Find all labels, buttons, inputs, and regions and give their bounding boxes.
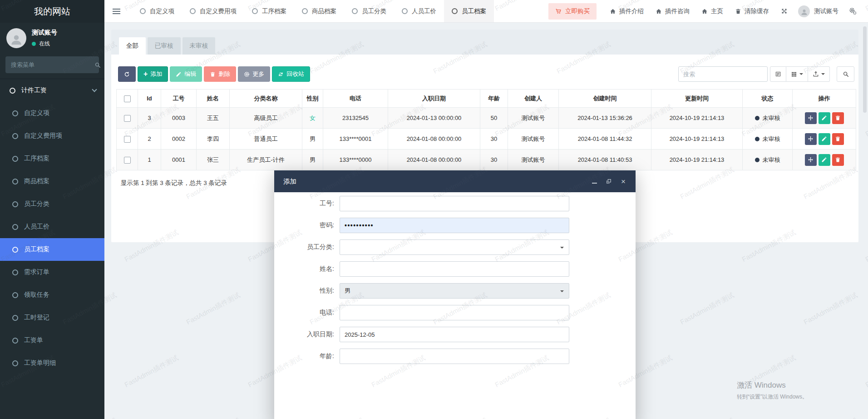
edit-button[interactable]: 编辑 [170, 66, 202, 82]
nav-link-label: 插件咨询 [665, 7, 690, 15]
form-row: 姓名: [274, 261, 636, 277]
delete-button[interactable] [832, 133, 844, 145]
form-input[interactable] [340, 349, 569, 364]
sidebar-item[interactable]: 需求订单 [0, 261, 104, 284]
edit-button[interactable] [819, 154, 830, 166]
caret-down-icon [821, 73, 825, 75]
nav-tab[interactable]: 工序档案 [244, 0, 294, 22]
nav-tab[interactable]: 商品档案 [294, 0, 344, 22]
form-select[interactable] [340, 239, 569, 255]
maximize-icon[interactable] [606, 178, 612, 185]
select-all-checkbox[interactable] [124, 95, 131, 102]
cell: 1 [138, 150, 161, 170]
hamburger-menu-icon[interactable] [104, 0, 128, 22]
sidebar-item[interactable]: 领取任务 [0, 284, 104, 306]
export-button[interactable] [808, 66, 830, 82]
nav-link[interactable]: 插件咨询 [650, 0, 695, 23]
search-icon[interactable] [94, 62, 101, 68]
row-checkbox[interactable] [124, 157, 131, 164]
nav-tab-label: 商品档案 [312, 7, 336, 15]
row-checkbox[interactable] [124, 136, 131, 143]
delete-button[interactable]: 删除 [204, 66, 236, 82]
nav-link[interactable]: 清除缓存 [729, 0, 775, 23]
sidebar-item[interactable]: 员工分类 [0, 193, 104, 215]
add-form: 工号:密码:••••••••••员工分类:姓名:性别:男电话:入职日期:2025… [274, 196, 636, 364]
panel-tabs: 全部已审核未审核 [111, 30, 858, 55]
sidebar-item[interactable]: 工时登记 [0, 306, 104, 329]
caret-down-icon [799, 73, 803, 75]
sidebar-item[interactable]: 商品档案 [0, 170, 104, 193]
sidebar-item[interactable]: 员工档案 [0, 238, 104, 261]
delete-button[interactable] [832, 154, 844, 166]
form-input[interactable] [340, 305, 569, 320]
sidebar: 我的网站 测试账号 在线 计件工资 自定义项自定义费用项工序档案商品档案员工分类… [0, 0, 104, 419]
status-dot-icon [755, 116, 760, 120]
nav-tab[interactable]: 自定义费用项 [182, 0, 244, 22]
edit-button[interactable] [819, 133, 830, 145]
nav-link[interactable]: 插件介绍 [604, 0, 650, 23]
sidebar-item[interactable]: 自定义费用项 [0, 125, 104, 147]
sidebar-item-parent[interactable]: 计件工资 [0, 79, 104, 102]
vertical-scrollbar[interactable] [863, 26, 867, 113]
columns-button[interactable] [786, 66, 808, 82]
sidebar-item[interactable]: 工资单 [0, 329, 104, 352]
dragsort-button[interactable] [805, 133, 817, 145]
filter-tab[interactable]: 已审核 [148, 37, 181, 55]
table-body: 30003王五高级员工女231325452024-01-13 00:00:005… [117, 108, 856, 170]
nav-tab-label: 员工分类 [362, 7, 386, 15]
nav-tab[interactable]: 自定义项 [132, 0, 182, 22]
nav-tab[interactable]: 员工档案 [444, 0, 494, 22]
dialog-body: 工号:密码:••••••••••员工分类:姓名:性别:男电话:入职日期:2025… [274, 192, 636, 364]
cell: 测试账号 [508, 108, 559, 129]
dragsort-button[interactable] [805, 112, 817, 124]
sidebar-item[interactable]: 自定义项 [0, 102, 104, 125]
nav-link-label: 插件介绍 [619, 7, 644, 15]
circle-icon [352, 8, 358, 14]
table-search-input[interactable] [678, 66, 768, 82]
close-icon[interactable]: × [620, 178, 626, 185]
sidebar-item[interactable]: 人员工价 [0, 215, 104, 238]
nav-tab[interactable]: 员工分类 [344, 0, 394, 22]
detail-view-button[interactable] [770, 66, 786, 82]
sidebar-menu: 计件工资 自定义项自定义费用项工序档案商品档案员工分类人员工价员工档案需求订单领… [0, 79, 104, 374]
nav-tab-label: 人员工价 [412, 7, 436, 15]
activation-line1: 激活 Windows [737, 380, 808, 390]
recyclebin-button[interactable]: 回收站 [272, 66, 310, 82]
buy-now-button[interactable]: 立即购买 [548, 3, 597, 20]
sidebar-item[interactable]: 工资单明细 [0, 352, 104, 374]
form-row: 密码:•••••••••• [274, 218, 636, 233]
nav-link[interactable]: 主页 [695, 0, 729, 23]
form-input[interactable] [340, 261, 569, 277]
buy-now-label: 立即购买 [565, 7, 590, 15]
add-button[interactable]: +添加 [138, 66, 168, 82]
form-input[interactable]: •••••••••• [340, 218, 569, 233]
settings-button[interactable] [843, 0, 863, 23]
sidebar-search-input[interactable] [11, 61, 91, 68]
cell: 2024-10-19 21:14:13 [651, 108, 743, 129]
edit-button[interactable] [819, 112, 830, 124]
select-all-header [117, 90, 138, 108]
filter-tab[interactable]: 未审核 [182, 37, 216, 55]
sidebar-item[interactable]: 工序档案 [0, 147, 104, 170]
toggle-search-button[interactable] [837, 66, 854, 82]
dialog-header[interactable]: 添加 × [274, 170, 636, 192]
nav-tab[interactable]: 人员工价 [394, 0, 444, 22]
gender-cell: 男 [302, 129, 323, 150]
dragsort-button[interactable] [805, 154, 817, 166]
minimize-icon[interactable] [591, 178, 597, 185]
fullscreen-button[interactable] [775, 0, 794, 23]
form-input[interactable] [340, 196, 569, 211]
circle-icon [12, 133, 18, 139]
refresh-button[interactable] [118, 66, 136, 82]
filter-tab[interactable]: 全部 [119, 37, 146, 55]
trash-icon [835, 136, 841, 142]
row-checkbox[interactable] [124, 115, 131, 122]
more-button[interactable]: 更多 [238, 66, 270, 82]
form-select[interactable]: 男 [340, 283, 569, 299]
form-input[interactable]: 2025-12-05 [340, 327, 569, 342]
fullscreen-icon [781, 8, 788, 15]
navbar-user-menu[interactable]: 测试账号 [794, 0, 843, 23]
delete-button[interactable] [832, 112, 844, 124]
cell: 生产员工-计件 [230, 150, 302, 170]
form-row: 员工分类: [274, 239, 636, 255]
